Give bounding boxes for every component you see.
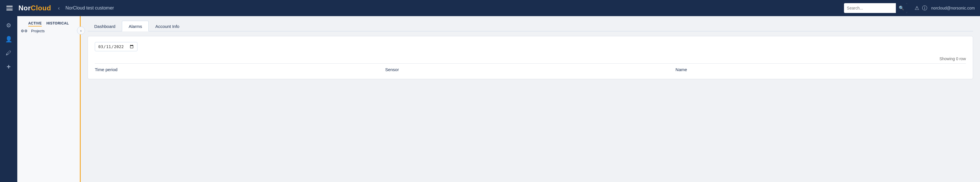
logo-cloud: Cloud: [31, 4, 51, 12]
collapse-button[interactable]: ‹: [77, 27, 85, 35]
alarms-table-header: Time period Sensor Name: [95, 63, 966, 72]
back-button[interactable]: ‹: [58, 5, 60, 11]
app-logo: NorCloud: [18, 4, 51, 12]
sidebar-item-settings[interactable]: ⚙: [3, 20, 14, 31]
search-input[interactable]: [844, 6, 896, 10]
search-icon: 🔍: [899, 5, 904, 10]
tab-active[interactable]: ACTIVE: [28, 21, 42, 27]
help-icon[interactable]: ⓘ: [922, 5, 927, 11]
top-navigation: NorCloud ‹ NorCloud test customer 🔍 ⚠ ⓘ …: [0, 0, 980, 16]
alarms-showing-count: Showing 0 row: [95, 57, 966, 61]
col-name: Name: [675, 67, 966, 72]
tab-dashboard[interactable]: Dashboard: [88, 21, 122, 32]
main-layout: ⚙ 👤 🖊 + ACTIVE HISTORICAL ⚙⚙ Projects ‹: [0, 16, 980, 182]
chevron-left-icon: ‹: [80, 28, 81, 33]
warning-icon[interactable]: ⚠: [915, 5, 919, 11]
user-email: norcloud@norsonic.com: [931, 6, 975, 10]
main-tabs: Dashboard Alarms Account Info: [88, 21, 973, 32]
left-panel: ACTIVE HISTORICAL ⚙⚙ Projects ‹: [17, 16, 81, 182]
main-content: Dashboard Alarms Account Info Showing 0 …: [81, 16, 980, 182]
col-time-period: Time period: [95, 67, 385, 72]
sidebar-item-calculator[interactable]: 🖊: [3, 47, 14, 59]
customer-name: NorCloud test customer: [65, 5, 839, 11]
tab-alarms[interactable]: Alarms: [122, 21, 149, 32]
tab-historical[interactable]: HISTORICAL: [46, 21, 69, 27]
alarms-date-input[interactable]: [95, 42, 137, 51]
hamburger-menu[interactable]: [5, 5, 14, 11]
logo-nor: Nor: [18, 4, 31, 12]
sidebar-item-user[interactable]: 👤: [3, 33, 14, 45]
add-icon: +: [6, 63, 11, 71]
calculator-icon: 🖊: [6, 50, 11, 57]
alarms-date-row: [95, 42, 966, 51]
gear-settings-icon[interactable]: ⚙⚙: [21, 29, 28, 33]
projects-label: Projects: [31, 29, 45, 33]
tab-account-info[interactable]: Account Info: [149, 21, 186, 32]
search-button[interactable]: 🔍: [896, 3, 907, 13]
chevron-left-icon: ‹: [58, 5, 60, 11]
sidebar-item-add[interactable]: +: [3, 61, 14, 73]
topnav-icons: ⚠ ⓘ norcloud@norsonic.com: [915, 5, 975, 11]
left-panel-tabs: ACTIVE HISTORICAL: [17, 21, 80, 27]
alarms-panel: Showing 0 row Time period Sensor Name: [88, 36, 973, 79]
col-sensor: Sensor: [385, 67, 676, 72]
gear-icon: ⚙: [6, 22, 11, 29]
sidebar: ⚙ 👤 🖊 +: [0, 16, 17, 182]
user-icon: 👤: [5, 36, 13, 43]
search-bar: 🔍: [844, 3, 907, 13]
projects-gear-row: ⚙⚙ Projects: [17, 28, 80, 35]
main-inner: Dashboard Alarms Account Info Showing 0 …: [81, 16, 980, 86]
